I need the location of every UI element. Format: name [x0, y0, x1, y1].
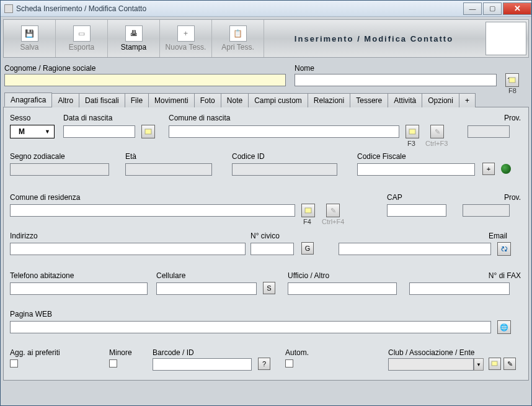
svg-rect-2 [409, 129, 415, 134]
eta-input [125, 163, 212, 176]
segno-label: Segno zodiacale [10, 152, 65, 161]
status-dot-icon [501, 164, 511, 174]
nfax-label: N° di FAX [489, 271, 521, 280]
email-input[interactable] [339, 243, 491, 255]
club-select[interactable] [388, 358, 474, 371]
uff-input[interactable] [288, 282, 397, 295]
prov-res-label: Prov. [504, 193, 521, 202]
svg-rect-3 [305, 208, 311, 213]
email-send-button[interactable]: 🗘 [497, 242, 511, 256]
f3-caption: F3 [407, 140, 415, 147]
g-button[interactable]: G [301, 242, 314, 255]
maximize-button[interactable]: ▢ [483, 2, 502, 15]
minimize-button[interactable]: — [463, 2, 482, 15]
agg-pref-checkbox[interactable] [10, 359, 18, 368]
export-button[interactable]: ▭ Esporta [56, 20, 108, 57]
f3-button[interactable] [406, 125, 419, 138]
cf-plus-button[interactable]: + [482, 163, 495, 175]
save-button[interactable]: 💾 Salva [4, 20, 56, 57]
f8-caption: F8 [508, 87, 516, 94]
indirizzo-label: Indirizzo [10, 232, 38, 240]
new-card-label: Nuova Tess. [166, 43, 206, 52]
web-label: Pagina WEB [10, 310, 52, 318]
photo-placeholder[interactable] [485, 22, 526, 55]
cell-input[interactable] [156, 282, 257, 295]
f8-button[interactable] [505, 73, 519, 87]
prov-res-input[interactable] [463, 204, 510, 217]
client-area: 💾 Salva ▭ Esporta 🖶 Stampa + Nuova Tess.… [1, 17, 531, 405]
tab-dati-fiscali[interactable]: Dati fiscali [79, 93, 125, 107]
tab-campi-custom[interactable]: Campi custom [248, 93, 308, 107]
comune-nascita-input[interactable] [169, 125, 399, 138]
close-button[interactable]: ✕ [503, 2, 531, 15]
tab-plus[interactable]: + [459, 93, 476, 107]
f4-button[interactable] [301, 204, 315, 217]
clipboard-icon: 📋 [229, 25, 247, 42]
prov-nascita-label: Prov. [504, 114, 521, 122]
tab-foto[interactable]: Foto [194, 93, 221, 107]
indirizzo-input[interactable] [10, 243, 246, 255]
barcode-input[interactable] [153, 358, 252, 371]
web-open-button[interactable]: 🌐 [497, 320, 511, 334]
lookup-icon [491, 360, 499, 368]
barcode-label: Barcode / ID [153, 348, 194, 357]
club-edit-button[interactable]: ✎ [503, 358, 516, 370]
tab-relazioni[interactable]: Relazioni [308, 93, 350, 107]
nfax-input[interactable] [409, 282, 510, 295]
comune-res-label: Comune di residenza [10, 193, 80, 202]
cap-input[interactable] [387, 204, 446, 217]
refresh-icon: 🗘 [501, 245, 508, 253]
tel-abit-input[interactable] [10, 282, 148, 295]
tab-tessere[interactable]: Tessere [350, 93, 388, 107]
agg-pref-label: Agg. ai preferiti [10, 348, 60, 357]
s-button[interactable]: S [263, 282, 275, 294]
web-input[interactable] [10, 321, 491, 333]
minore-checkbox[interactable] [109, 359, 117, 368]
segno-input [10, 163, 109, 176]
ncivico-label: N° civico [250, 232, 280, 240]
eta-label: Età [125, 152, 136, 161]
new-card-button[interactable]: + Nuova Tess. [160, 20, 212, 57]
comune-res-input[interactable] [10, 204, 295, 217]
surname-input[interactable] [4, 74, 286, 86]
club-dropdown-button[interactable]: ▼ [474, 358, 484, 371]
tabs: Anagrafica Altro Dati fiscali File Movim… [3, 92, 529, 381]
ncivico-input[interactable] [250, 243, 294, 255]
export-icon: ▭ [73, 25, 91, 42]
data-nascita-lookup-button[interactable] [141, 125, 155, 138]
tab-attivita[interactable]: Attività [388, 93, 422, 107]
tab-file[interactable]: File [125, 93, 149, 107]
pencil-icon: ✎ [435, 128, 440, 136]
window-title: Scheda Inserimento / Modifica Contatto [16, 4, 463, 13]
print-icon: 🖶 [125, 25, 143, 42]
codice-id-input [232, 163, 337, 176]
save-icon: 💾 [21, 25, 38, 42]
ctrl-f4-button[interactable]: ✎ [326, 204, 340, 217]
autom-label: Autom. [285, 348, 309, 357]
lookup-icon [408, 127, 417, 136]
f4-caption: F4 [303, 218, 311, 225]
barcode-help-button[interactable]: ? [258, 358, 270, 370]
name-input[interactable] [295, 74, 497, 86]
tab-anagrafica[interactable]: Anagrafica [4, 92, 52, 107]
cell-label: Cellulare [156, 271, 185, 280]
tab-movimenti[interactable]: Movimenti [148, 93, 195, 107]
tab-note[interactable]: Note [221, 93, 249, 107]
codice-fiscale-input[interactable] [357, 163, 475, 176]
data-nascita-input[interactable] [63, 125, 135, 138]
tab-opzioni[interactable]: Opzioni [422, 93, 459, 107]
svg-rect-4 [492, 361, 497, 366]
open-card-label: Apri Tess. [221, 43, 254, 52]
open-card-button[interactable]: 📋 Apri Tess. [212, 20, 264, 57]
print-button[interactable]: 🖶 Stampa [108, 20, 160, 57]
prov-nascita-input[interactable] [468, 125, 510, 138]
sesso-select[interactable]: M [10, 125, 55, 138]
export-label: Esporta [69, 43, 94, 52]
save-label: Salva [20, 43, 38, 52]
lookup-icon [508, 76, 516, 84]
autom-checkbox[interactable] [285, 359, 293, 368]
ctrl-f3-button[interactable]: ✎ [430, 125, 444, 138]
club-lookup-button[interactable] [489, 358, 501, 370]
tab-altro[interactable]: Altro [51, 93, 79, 107]
comune-nascita-label: Comune di nascita [169, 114, 230, 122]
